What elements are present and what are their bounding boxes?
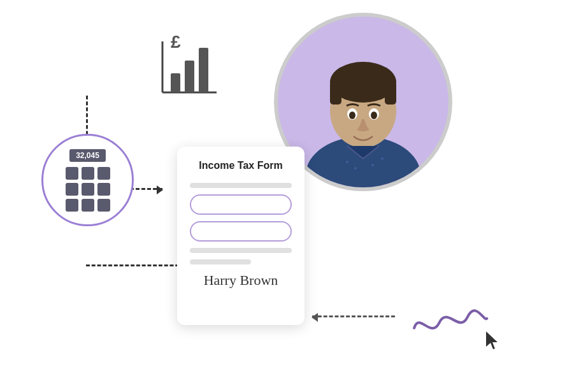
calc-key bbox=[82, 199, 94, 212]
form-input-1 bbox=[190, 194, 292, 215]
calc-key bbox=[82, 167, 94, 180]
svg-rect-2 bbox=[171, 73, 180, 92]
form-signature: Harry Brown bbox=[190, 272, 292, 289]
cursor-icon bbox=[486, 331, 501, 353]
chart-icon: £ bbox=[153, 35, 223, 105]
svg-point-17 bbox=[354, 167, 357, 170]
form-line-1 bbox=[190, 183, 292, 188]
svg-rect-4 bbox=[199, 48, 208, 92]
calc-key bbox=[82, 183, 94, 196]
svg-marker-20 bbox=[486, 331, 498, 349]
svg-point-16 bbox=[346, 161, 348, 163]
svg-rect-10 bbox=[330, 82, 341, 105]
calculator-display: 32,045 bbox=[69, 149, 106, 162]
form-line-3 bbox=[190, 259, 251, 264]
svg-rect-3 bbox=[185, 61, 194, 92]
squiggle-signature bbox=[406, 296, 493, 355]
calculator-keypad bbox=[66, 167, 110, 212]
calculator-circle: 32,045 bbox=[41, 134, 134, 226]
dashed-arrow-bottom bbox=[86, 264, 185, 266]
svg-point-19 bbox=[381, 157, 384, 160]
form-input-2 bbox=[190, 221, 292, 242]
calc-key bbox=[97, 199, 110, 212]
svg-text:£: £ bbox=[171, 35, 181, 52]
calc-key bbox=[66, 199, 78, 212]
form-title: Income Tax Form bbox=[190, 159, 292, 173]
illustration-scene: £ 32,045 Income Tax Form Harry Brown bbox=[0, 0, 588, 376]
dashed-arrow-signature bbox=[312, 315, 395, 317]
svg-point-18 bbox=[371, 164, 374, 166]
svg-rect-11 bbox=[385, 82, 396, 105]
calc-key bbox=[66, 167, 78, 180]
svg-point-15 bbox=[371, 112, 377, 119]
calc-key bbox=[97, 183, 110, 196]
calc-key bbox=[97, 167, 110, 180]
income-tax-form-card: Income Tax Form Harry Brown bbox=[177, 147, 305, 325]
svg-point-14 bbox=[349, 112, 355, 119]
form-line-2 bbox=[190, 248, 292, 253]
calc-key bbox=[66, 183, 78, 196]
